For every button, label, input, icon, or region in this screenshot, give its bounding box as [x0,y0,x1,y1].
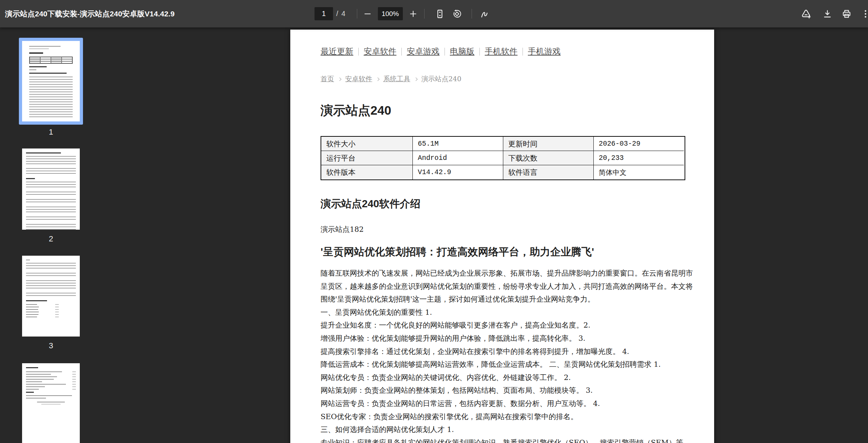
info-value: Android [413,151,503,165]
nav-divider [479,48,480,56]
nav-link[interactable]: 手机软件 [485,46,518,57]
body-line: 围绕'呈贡网站优化策划招聘'这一主题，探讨如何通过优化策划提升企业网站竞争力。 [321,293,686,306]
thumbnail-preview [22,363,80,443]
pdf-toolbar: 演示站点240下载安装-演示站点240安卓版V14.42.9 1 / 4 100… [0,0,868,27]
breadcrumb-current: 演示站点240 [421,74,461,84]
thumbnail-page-number: 1 [0,127,102,137]
body-line: 提高搜索引擎排名：通过优化策划，企业网站在搜索引擎中的排名将得到提升，增加曝光度… [321,345,686,358]
fit-to-page-icon [435,9,445,19]
thumbnail-preview [22,41,80,121]
thumbnail-page-number: 3 [0,341,102,350]
page-count-separator: / [336,10,338,18]
page-thumbnail-3[interactable] [22,256,80,337]
page-number-input[interactable]: 1 [315,7,333,20]
annotate-button[interactable] [479,9,490,19]
page-thumbnail-4[interactable] [22,363,80,443]
nav-link[interactable]: 最近更新 [321,46,353,57]
nav-divider [445,48,445,56]
chevron-right-icon [376,77,380,81]
body-line: 降低运营成本：优化策划能够提高网站运营效率，降低企业运营成本。 二、呈贡网站优化… [321,358,686,371]
rotate-counterclockwise-icon [452,9,462,19]
info-value: 简体中文 [594,165,684,179]
body-line: 三、如何选择合适的网站优化策划人才 1. [321,423,686,436]
breadcrumb-link[interactable]: 首页 [321,74,334,84]
info-label: 运行平台 [321,151,413,165]
body-line: 增强用户体验：优化策划能够提升网站的用户体验，降低跳出率，提高转化率。 3. [321,332,686,345]
article-heading: '呈贡网站优化策划招聘：打造高效网络平台，助力企业腾飞' [321,245,594,259]
pdf-page-1: 最近更新 安卓软件 安卓游戏 电脑版 手机软件 手机游戏 首页 安卓软件 系统工… [290,30,714,443]
body-line: 专业知识：应聘者应具备扎实的网站优化策划理论知识，熟悉搜索引擎优化（SEO）、搜… [321,436,686,443]
annotate-pen-icon [479,9,489,19]
rotate-button[interactable] [452,9,462,19]
body-line: 呈贡区，越来越多的企业意识到网站优化策划的重要性，纷纷寻求专业人才加入，共同打造… [321,280,686,293]
zoom-level-input[interactable]: 100% [378,7,403,20]
breadcrumb-link[interactable]: 安卓软件 [345,74,372,84]
body-line: 一、呈贡网站优化策划的重要性 1. [321,306,686,319]
info-value: 65.1M [413,137,503,151]
print-icon [842,9,852,19]
print-button[interactable] [841,9,852,19]
toolbar-divider [357,9,357,19]
nav-link[interactable]: 安卓软件 [364,46,396,57]
page-thumbnail-1[interactable] [19,38,83,125]
minus-icon [363,9,372,19]
body-line: 网站优化专员：负责企业网站的关键词优化、内容优化、外链建设等工作。 2. [321,371,686,384]
pdf-viewer: { "toolbar": { "title": "演示站点240下载安装-演示站… [0,0,868,443]
nav-link[interactable]: 安卓游戏 [407,46,440,57]
info-label: 软件语言 [503,165,594,179]
article-body: 随着互联网技术的飞速发展，网站已经成为企业展示形象、拓展市场、提升品牌影响力的重… [321,267,686,443]
toolbar-center-controls: 1 / 4 100% [315,0,490,27]
page-thumbnail-2[interactable] [22,148,80,230]
download-icon [822,9,832,19]
thumbnail-sidebar: 1 2 [0,27,130,443]
fit-to-page-button[interactable] [435,9,445,19]
body-line: 网站策划师：负责企业网站的整体策划，包括网站结构、页面布局、功能模块等。 3. [321,384,686,397]
plus-icon [409,9,418,19]
toolbar-divider [472,9,472,19]
zoom-in-button[interactable] [408,9,419,19]
nav-link[interactable]: 手机游戏 [528,46,561,57]
nav-divider [358,48,359,56]
zoom-out-button[interactable] [362,9,373,19]
thumbnail-page-number: 2 [0,234,102,244]
nav-divider [523,48,523,56]
chevron-right-icon [414,77,418,81]
more-options-button[interactable] [860,9,868,19]
body-line: 提升企业知名度：一个优化良好的网站能够吸引更多潜在客户，提高企业知名度。2. [321,319,686,332]
thumbnail-preview [22,148,80,230]
site-nav-links: 最近更新 安卓软件 安卓游戏 电脑版 手机软件 手机游戏 [321,46,561,57]
document-title: 演示站点240下载安装-演示站点240安卓版V14.42.9 [5,9,175,19]
body-line: 网站运营专员：负责企业网站的日常运营，包括内容更新、数据分析、用户互动等。 4. [321,397,686,410]
info-label: 更新时间 [503,137,594,151]
intro-line: 演示站点182 [321,224,364,234]
body-line: 随着互联网技术的飞速发展，网站已经成为企业展示形象、拓展市场、提升品牌影响力的重… [321,267,686,280]
info-label: 下载次数 [503,151,594,165]
software-info-table: 软件大小 65.1M 更新时间 2026-03-29 运行平台 Android … [321,136,685,180]
breadcrumb: 首页 安卓软件 系统工具 演示站点240 [321,74,461,84]
page-title: 演示站点240 [321,102,391,119]
more-options-icon [861,9,868,19]
toolbar-right-controls [801,0,868,27]
download-button[interactable] [822,9,833,19]
ai-summarize-icon [801,9,811,19]
body-line: SEO优化专家：负责企业网站的搜索引擎优化，提高网站在搜索引擎中的排名。 [321,410,686,423]
toolbar-divider [424,9,425,19]
breadcrumb-link[interactable]: 系统工具 [383,74,410,84]
info-value: 2026-03-29 [594,137,684,151]
nav-divider [401,48,402,56]
thumbnail-preview [22,256,80,337]
info-value: 20,233 [594,151,684,165]
info-value: V14.42.9 [413,165,503,179]
nav-link[interactable]: 电脑版 [450,46,474,57]
ai-summarize-button[interactable] [801,9,811,19]
page-count-total: 4 [342,10,345,18]
info-label: 软件大小 [321,137,413,151]
section-heading: 演示站点240软件介绍 [321,197,420,211]
info-label: 软件版本 [321,165,413,179]
chevron-right-icon [338,77,342,81]
